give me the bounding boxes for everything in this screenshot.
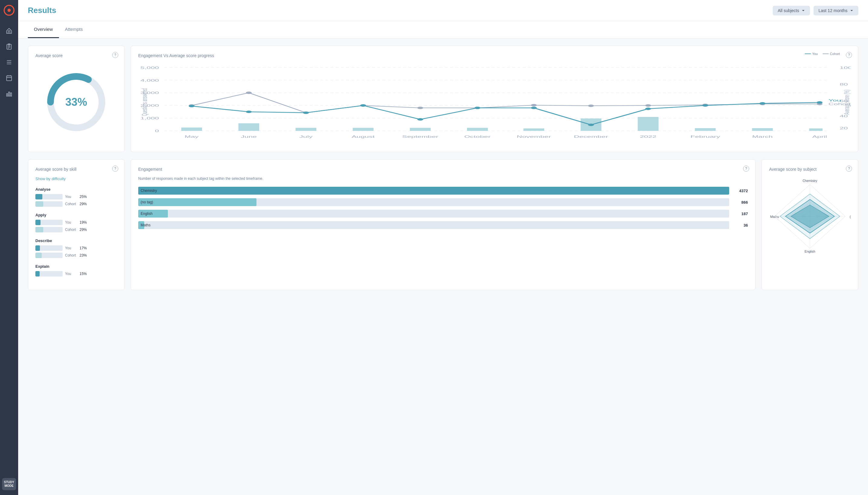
svg-text:March: March — [752, 135, 773, 138]
skill-apply-you-bar — [35, 220, 40, 225]
skill-describe-cohort-pct: 23% — [80, 253, 87, 257]
svg-rect-42 — [809, 129, 823, 131]
eng-bar-wrap-maths: Maths — [138, 221, 729, 229]
sidebar-icon-calendar[interactable] — [5, 74, 13, 82]
cards-row-2: Average score by skill ? Show by difficu… — [28, 159, 858, 290]
skill-explain-you-bar — [35, 271, 39, 276]
svg-rect-14 — [7, 94, 8, 96]
svg-point-71 — [817, 101, 823, 104]
engagement-card-help[interactable]: ? — [743, 166, 749, 172]
svg-point-68 — [645, 107, 651, 110]
skill-analyse-cohort-bar — [35, 201, 43, 207]
chevron-down-icon — [801, 9, 805, 12]
skill-analyse-you-bar-wrap — [35, 194, 63, 200]
skill-apply-you-row: You 19% — [35, 220, 117, 225]
svg-text:October: October — [464, 135, 491, 138]
svg-rect-15 — [9, 92, 10, 97]
svg-text:English: English — [804, 250, 815, 253]
svg-point-69 — [702, 104, 708, 107]
svg-text:20: 20 — [839, 126, 848, 130]
svg-rect-37 — [524, 129, 544, 131]
eng-bar-chemistry: Chemistry — [138, 187, 729, 194]
svg-text:July: July — [299, 135, 313, 138]
engagement-chart-title: Engagement Vs Average score progress — [138, 53, 851, 58]
skill-apply-title: Apply — [35, 213, 117, 217]
svg-point-52 — [417, 107, 423, 109]
svg-point-67 — [588, 124, 594, 126]
svg-rect-40 — [695, 128, 716, 131]
sidebar-icon-list[interactable] — [5, 58, 13, 67]
line-bar-chart-svg: 5,000 4,000 3,000 2,000 1,000 0 — [138, 63, 851, 144]
skill-cohort-label-3: Cohort — [65, 253, 77, 257]
skill-card-help[interactable]: ? — [112, 166, 118, 172]
show-by-difficulty-link[interactable]: Show by difficulty — [35, 176, 117, 181]
skill-explain-you-row: You 15% — [35, 271, 117, 276]
skill-apply-cohort-row: Cohort 29% — [35, 227, 117, 233]
radar-svg: Chemistry (no tag) English Maths — [769, 173, 851, 258]
skill-analyse-cohort-bar-wrap — [35, 201, 63, 207]
subject-radar-title: Average score by subject — [769, 167, 851, 172]
svg-text:June: June — [241, 135, 257, 138]
svg-text:February: February — [690, 135, 720, 138]
svg-rect-41 — [752, 128, 773, 131]
skill-apply-cohort-bar-wrap — [35, 227, 63, 233]
sidebar-icon-clipboard[interactable] — [5, 42, 13, 51]
page-title: Results — [28, 6, 56, 15]
header-controls: All subjects Last 12 months — [773, 6, 858, 15]
svg-text:April: April — [812, 135, 827, 138]
tabs-bar: Overview Attempts — [18, 21, 868, 38]
sidebar-icon-home[interactable] — [5, 27, 13, 35]
tab-attempts[interactable]: Attempts — [59, 21, 89, 38]
skill-card-title: Average score by skill — [35, 167, 117, 172]
skill-apply-cohort-pct: 29% — [80, 227, 87, 232]
svg-text:September: September — [402, 135, 439, 138]
engagement-subtitle: Number of responses made in each subject… — [138, 176, 748, 181]
subjects-dropdown[interactable]: All subjects — [773, 6, 810, 15]
eng-bar-wrap-english: English — [138, 210, 729, 218]
engagement-chart-help[interactable]: ? — [846, 52, 852, 58]
study-mode-button[interactable]: STUDYMODE — [2, 478, 16, 490]
average-score-title: Average score — [35, 53, 117, 58]
skill-you-label-2: You — [65, 220, 77, 224]
skill-describe-you-bar — [35, 245, 40, 251]
skill-card: Average score by skill ? Show by difficu… — [28, 159, 125, 290]
svg-point-66 — [531, 107, 537, 109]
eng-label-chemistry: Chemistry — [141, 189, 157, 193]
eng-bar-english: English — [138, 210, 168, 218]
svg-text:40: 40 — [839, 115, 848, 118]
engagement-card: Engagement ? Number of responses made in… — [131, 159, 755, 290]
tab-overview[interactable]: Overview — [28, 21, 59, 38]
svg-text:You: You — [829, 99, 841, 102]
chart-area: 5,000 4,000 3,000 2,000 1,000 0 — [138, 63, 851, 144]
sidebar-icon-chart[interactable] — [5, 89, 13, 98]
skill-analyse-you-bar — [35, 194, 42, 200]
timeframe-dropdown[interactable]: Last 12 months — [814, 6, 858, 15]
svg-point-70 — [759, 102, 766, 105]
skill-explain: Explain You 15% — [35, 264, 117, 276]
donut-label: 33% — [65, 96, 87, 108]
sidebar: STUDYMODE — [0, 0, 18, 495]
skill-describe-cohort-row: Cohort 23% — [35, 253, 117, 258]
skill-analyse-cohort-row: Cohort 29% — [35, 201, 117, 207]
subject-radar-help[interactable]: ? — [846, 166, 852, 172]
legend-you: You — [805, 52, 818, 56]
subject-radar-card: Average score by subject ? Chemistry (no… — [761, 159, 858, 290]
svg-text:December: December — [574, 135, 608, 138]
skill-cohort-label: Cohort — [65, 202, 77, 206]
eng-row-chemistry: Chemistry 4372 — [138, 187, 748, 194]
content-area: Overview Attempts Average score ? — [18, 21, 868, 495]
skill-analyse-title: Analyse — [35, 187, 117, 192]
svg-rect-35 — [410, 128, 431, 131]
svg-text:100: 100 — [839, 66, 851, 69]
svg-text:2022: 2022 — [640, 135, 657, 138]
legend-cohort-line — [823, 53, 829, 54]
header: Results All subjects Last 12 months — [18, 0, 868, 21]
svg-point-63 — [360, 104, 366, 107]
svg-text:August: August — [351, 135, 375, 138]
svg-text:4,000: 4,000 — [140, 79, 159, 82]
average-score-help[interactable]: ? — [112, 52, 118, 58]
eng-count-english: 187 — [733, 211, 748, 216]
legend-cohort: Cohort — [823, 52, 840, 56]
app-logo — [4, 5, 15, 19]
svg-point-60 — [189, 105, 195, 107]
